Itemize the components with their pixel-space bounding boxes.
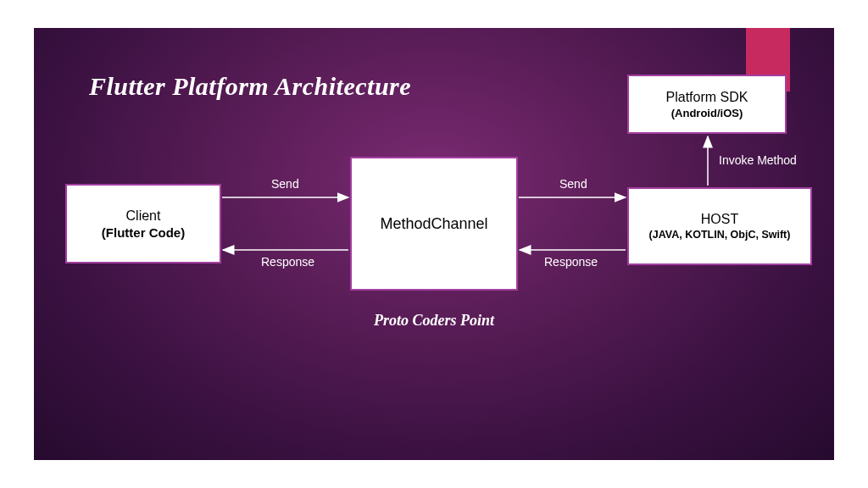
box-method-channel: MethodChannel xyxy=(350,157,518,291)
label-send-left: Send xyxy=(271,177,299,191)
box-platform-sdk: Platform SDK (Android/iOS) xyxy=(627,75,787,134)
slide-title: Flutter Platform Architecture xyxy=(89,72,411,101)
credit-text: Proto Coders Point xyxy=(34,312,834,330)
box-method-title: MethodChannel xyxy=(380,215,487,233)
box-host-subtitle: (JAVA, KOTLIN, ObjC, Swift) xyxy=(649,229,791,241)
box-client: Client (Flutter Code) xyxy=(65,184,221,263)
box-host-title: HOST xyxy=(701,212,738,227)
box-sdk-subtitle: (Android/iOS) xyxy=(671,107,743,119)
box-client-subtitle: (Flutter Code) xyxy=(102,225,185,240)
label-response-left: Response xyxy=(261,255,314,269)
box-sdk-title: Platform SDK xyxy=(666,90,748,105)
label-invoke-method: Invoke Method xyxy=(719,153,797,167)
box-client-title: Client xyxy=(126,208,161,224)
label-response-right: Response xyxy=(544,255,598,269)
box-host: HOST (JAVA, KOTLIN, ObjC, Swift) xyxy=(627,187,812,265)
label-send-right: Send xyxy=(559,177,587,191)
slide-canvas: Flutter Platform Architecture Client (Fl… xyxy=(34,28,834,460)
